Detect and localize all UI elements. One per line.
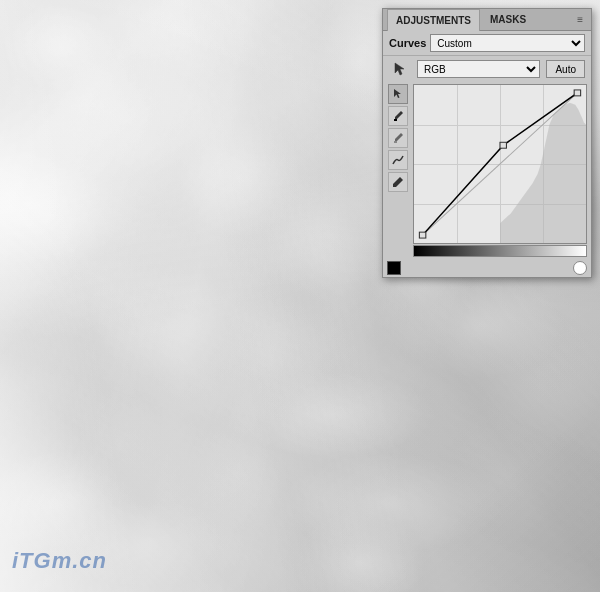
auto-button[interactable]: Auto [546,60,585,78]
bottom-row [383,259,591,277]
white-point-control[interactable] [573,261,587,275]
svg-rect-1 [394,141,397,143]
adjustments-panel: ADJUSTMENTS MASKS ≡ Curves Custom Defaul… [382,8,592,278]
curves-label: Curves [389,37,426,49]
curve-svg [414,85,586,243]
channel-dropdown-wrapper: RGB Red Green Blue [417,60,540,78]
gradient-bar [413,245,587,257]
tabs-container: ADJUSTMENTS MASKS [387,9,534,31]
tool-pointer[interactable] [388,84,408,104]
svg-rect-5 [574,90,580,96]
preset-dropdown[interactable]: Custom Default Strong Contrast [430,34,585,52]
tab-adjustments[interactable]: ADJUSTMENTS [387,9,480,31]
panel-tab-bar: ADJUSTMENTS MASKS ≡ [383,9,591,31]
tab-masks[interactable]: MASKS [482,9,534,31]
channel-dropdown[interactable]: RGB Red Green Blue [417,60,540,78]
svg-rect-4 [500,142,506,148]
tool-eyedropper-black[interactable] [388,106,408,126]
main-area [383,82,591,259]
tools-row: RGB Red Green Blue Auto [383,56,591,82]
pointer-tool-icon[interactable] [389,58,411,80]
tool-pencil[interactable] [388,172,408,192]
panel-menu-icon[interactable]: ≡ [573,12,587,27]
tool-curve[interactable] [388,150,408,170]
svg-rect-3 [419,232,425,238]
tool-eyedropper-gray[interactable] [388,128,408,148]
preset-dropdown-wrapper: Custom Default Strong Contrast [430,34,585,52]
black-point-control[interactable] [387,261,401,275]
svg-rect-0 [394,119,397,121]
watermark: iTGm.cn [12,548,107,574]
curves-row: Curves Custom Default Strong Contrast [383,31,591,56]
curve-canvas-wrapper [413,84,587,257]
curve-canvas[interactable] [413,84,587,244]
tools-sidebar [387,84,409,257]
